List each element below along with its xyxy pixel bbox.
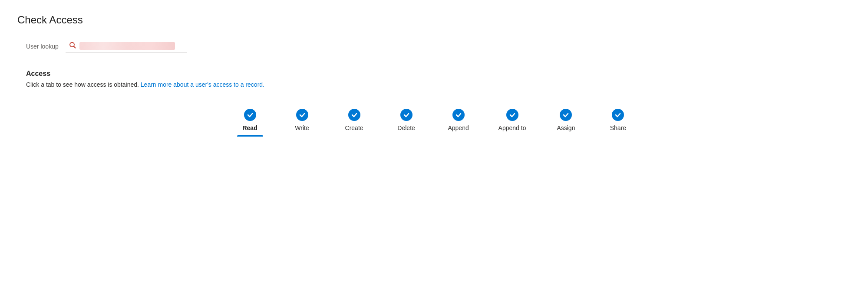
tab-assign-label: Assign [557, 124, 575, 131]
tab-append-check-icon [452, 109, 465, 121]
learn-more-link[interactable]: Learn more about a user's access to a re… [141, 81, 264, 88]
tab-create-check-icon [348, 109, 360, 121]
tab-write[interactable]: Write [276, 105, 328, 137]
user-lookup-row: User lookup [26, 40, 851, 52]
tab-read-label: Read [242, 124, 257, 131]
tab-read[interactable]: Read [224, 105, 276, 137]
user-lookup-field[interactable] [66, 40, 187, 52]
user-lookup-value [79, 42, 175, 50]
tab-append-to-check-icon [506, 109, 518, 121]
tab-delete-check-icon [400, 109, 413, 121]
page-title: Check Access [17, 14, 851, 26]
svg-line-1 [74, 46, 76, 48]
tab-share-label: Share [610, 124, 626, 131]
tab-append-to[interactable]: Append to [485, 105, 540, 137]
tab-assign[interactable]: Assign [540, 105, 592, 137]
access-heading: Access [26, 70, 851, 78]
tab-create[interactable]: Create [328, 105, 380, 137]
tab-write-check-icon [296, 109, 308, 121]
tab-append[interactable]: Append [432, 105, 485, 137]
user-lookup-label: User lookup [26, 43, 59, 50]
tabs-container: ReadWriteCreateDeleteAppendAppend toAssi… [17, 105, 851, 137]
tab-share[interactable]: Share [592, 105, 644, 137]
access-description: Click a tab to see how access is obtaine… [26, 81, 851, 88]
tab-write-label: Write [295, 124, 309, 131]
tab-append-to-label: Append to [498, 124, 526, 131]
tab-read-check-icon [244, 109, 256, 121]
tab-assign-check-icon [560, 109, 572, 121]
search-icon [69, 42, 76, 50]
tab-create-label: Create [345, 124, 363, 131]
access-section: Access Click a tab to see how access is … [26, 70, 851, 88]
tab-share-check-icon [612, 109, 624, 121]
tab-append-label: Append [448, 124, 469, 131]
tab-delete-label: Delete [397, 124, 415, 131]
tab-delete[interactable]: Delete [380, 105, 432, 137]
